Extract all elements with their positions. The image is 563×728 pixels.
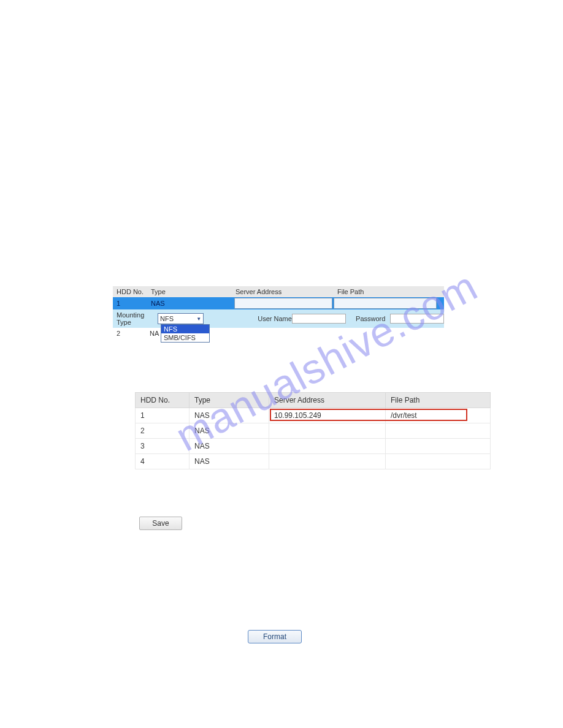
- mounting-type-select[interactable]: NFS ▼: [158, 313, 204, 324]
- mounting-type-value: NFS: [160, 315, 174, 322]
- save-button[interactable]: Save: [139, 517, 182, 530]
- table-header-row: HDD No. Type Server Address File Path: [136, 393, 491, 408]
- config-row-1[interactable]: 1 NAS: [113, 297, 444, 309]
- format-button[interactable]: Format: [248, 630, 302, 643]
- mounting-type-label: Mounting Type: [117, 311, 158, 326]
- cell-hdd-no: 2: [136, 423, 190, 439]
- cell-server-address: 10.99.105.249: [269, 408, 386, 423]
- username-label: User Name: [258, 315, 292, 322]
- file-path-input[interactable]: [334, 298, 437, 309]
- row1-type: NAS: [150, 300, 234, 307]
- cell-type: NAS: [190, 423, 269, 439]
- cell-type: NAS: [190, 408, 269, 423]
- password-label: Password: [356, 315, 390, 322]
- cell-file-path: /dvr/test: [386, 408, 491, 423]
- cell-type: NAS: [190, 439, 269, 454]
- mounting-type-dropdown: NFS SMB/CIFS: [161, 324, 210, 343]
- table-row[interactable]: 4 NAS: [136, 454, 491, 469]
- cell-server-address: [269, 423, 386, 439]
- cell-file-path: [386, 439, 491, 454]
- config-header-row: HDD No. Type Server Address File Path: [113, 286, 444, 297]
- cell-file-path: [386, 454, 491, 469]
- header-hdd-no: HDD No.: [113, 288, 150, 295]
- mounting-type-row: Mounting Type NFS ▼ NFS SMB/CIFS User Na…: [113, 309, 444, 328]
- th-type: Type: [190, 393, 269, 408]
- server-address-input[interactable]: [234, 298, 332, 309]
- username-input[interactable]: [292, 314, 346, 324]
- cell-type: NAS: [190, 454, 269, 469]
- cell-hdd-no: 1: [136, 408, 190, 423]
- option-nfs[interactable]: NFS: [161, 325, 209, 333]
- cell-hdd-no: 3: [136, 439, 190, 454]
- table-row[interactable]: 2 NAS: [136, 423, 491, 439]
- chevron-down-icon: ▼: [196, 316, 201, 322]
- row2-hdd-no: 2: [113, 330, 150, 337]
- th-hdd-no: HDD No.: [136, 393, 190, 408]
- cell-hdd-no: 4: [136, 454, 190, 469]
- cell-file-path: [386, 423, 491, 439]
- header-server-address: Server Address: [234, 288, 336, 295]
- table-row[interactable]: 3 NAS: [136, 439, 491, 454]
- row1-hdd-no: 1: [113, 300, 150, 307]
- th-server-address: Server Address: [269, 393, 386, 408]
- header-type: Type: [150, 288, 234, 295]
- cell-server-address: [269, 439, 386, 454]
- password-input[interactable]: [390, 314, 444, 324]
- cell-server-address: [269, 454, 386, 469]
- nas-config-panel: HDD No. Type Server Address File Path 1 …: [113, 286, 444, 339]
- option-smb-cifs[interactable]: SMB/CIFS: [161, 333, 209, 342]
- header-file-path: File Path: [336, 288, 444, 295]
- th-file-path: File Path: [386, 393, 491, 408]
- hdd-list-table: HDD No. Type Server Address File Path 1 …: [135, 392, 491, 469]
- table-row[interactable]: 1 NAS 10.99.105.249 /dvr/test: [136, 408, 491, 423]
